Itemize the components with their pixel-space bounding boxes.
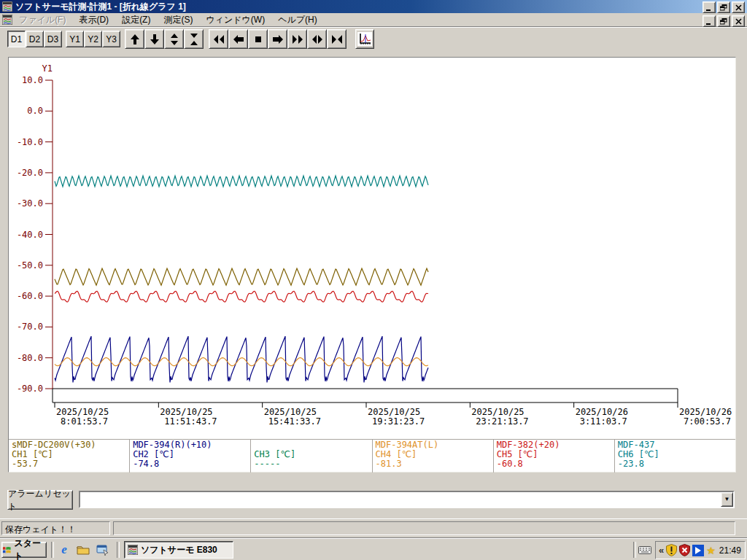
svg-text:Y1: Y1 [42,63,53,74]
taskbar-separator [633,542,636,558]
compress-vertical-icon [187,33,201,46]
mdi-close-button[interactable] [732,15,745,27]
taskbar-separator [117,542,120,558]
arrow-right-icon [271,33,285,46]
svg-text:-40.0: -40.0 [17,230,43,240]
scroll-down-button[interactable] [144,29,164,49]
menu-file[interactable]: ファイル(F) [12,12,72,28]
svg-text:2025/10/25: 2025/10/25 [56,407,109,417]
svg-text:2025/10/25: 2025/10/25 [160,407,212,417]
alarm-reset-button[interactable]: アラームリセット [7,490,73,510]
star-tray-icon[interactable]: ★ [706,545,716,556]
mdi-restore-button[interactable] [717,15,730,27]
step-right-button[interactable] [268,29,287,49]
expand-horizontal-button[interactable] [307,29,327,49]
arrow-down-icon [148,33,161,46]
channel-cell-ch5: MDF-382(+20) CH5 [℃] -60.8 [494,440,615,472]
compress-vertical-button[interactable] [184,29,204,49]
svg-text:2025/10/26: 2025/10/26 [679,407,732,417]
svg-text:23:21:13.7: 23:21:13.7 [476,416,528,427]
svg-text:2025/10/25: 2025/10/25 [471,407,524,417]
series-ch5 [55,291,428,302]
keyboard-tray-icon[interactable] [638,542,652,557]
menu-help[interactable]: ヘルプ(H) [271,12,324,28]
minimize-icon [705,4,713,11]
stop-button[interactable] [248,29,268,49]
alarm-combobox[interactable]: ▼ [79,491,735,508]
menu-view[interactable]: 表示(D) [72,12,115,28]
channel-cell-ch6: MDF-437 CH6 [℃] -23.8 [615,440,735,472]
double-right-icon [291,33,304,46]
y1-button[interactable]: Y1 [66,31,84,47]
close-icon [735,18,742,25]
mdi-minimize-button[interactable] [703,15,716,27]
series-ch6 [55,176,428,187]
svg-text:7:00:53.7: 7:00:53.7 [684,416,731,427]
svg-text:-70.0: -70.0 [17,322,43,332]
svg-text:11:51:43.7: 11:51:43.7 [164,416,217,427]
channel-cell-ch1: sMDF-DC200V(+30) CH1 [℃] -53.7 [9,440,130,472]
graph-panel: Y110.00.0-10.0-20.0-30.0-40.0-50.0-60.0-… [8,57,736,472]
expand-vertical-button[interactable] [164,29,184,49]
d1-button[interactable]: D1 [7,31,26,47]
alarm-combobox-dropdown-button[interactable]: ▼ [721,492,733,507]
y3-button[interactable]: Y3 [102,31,120,47]
channel-cell-ch2: MDF-394(R)(+10) CH2 [℃] -74.8 [130,440,251,472]
menu-window[interactable]: ウィンドウ(W) [199,12,271,28]
window-title: ソフトサーモ計測-計測1 - [折れ線グラフ 1] [15,1,186,13]
tray-clock: 21:49 [719,545,741,556]
channel-value: -74.8 [133,459,247,469]
status-panel-2 [113,521,735,535]
svg-text:19:31:23.7: 19:31:23.7 [372,416,425,427]
close-button[interactable] [732,1,745,13]
title-bar: ソフトサーモ計測-計測1 - [折れ線グラフ 1] [0,0,747,13]
line-chart: Y110.00.0-10.0-20.0-30.0-40.0-50.0-60.0-… [10,59,734,438]
menu-settings[interactable]: 設定(Z) [115,12,157,28]
channel-legend: sMDF-DC200V(+30) CH1 [℃] -53.7 MDF-394(R… [9,439,735,472]
svg-text:10.0: 10.0 [22,75,43,85]
taskbar: スタート e [0,538,747,560]
series-ch2 [55,336,428,382]
start-label: スタート [14,537,46,560]
step-left-button[interactable] [228,29,248,49]
tray-expand-icon[interactable]: « [659,545,664,556]
restore-button[interactable] [717,1,730,13]
media-player-tray-icon[interactable] [692,545,704,556]
rewind-button[interactable] [209,29,228,49]
graph-icon [357,32,372,46]
svg-text:3:11:03.7: 3:11:03.7 [580,416,627,427]
svg-text:2025/10/26: 2025/10/26 [576,407,628,417]
svg-text:-50.0: -50.0 [17,260,43,271]
mdi-child-icon[interactable] [2,15,12,25]
expand-horizontal-icon [311,33,324,46]
status-bar: 保存ウェイト！！ [0,518,747,537]
minimize-button[interactable] [703,1,716,13]
svg-text:-90.0: -90.0 [17,384,43,394]
d2-button[interactable]: D2 [26,31,44,47]
security-warning-shield-icon[interactable] [666,544,677,556]
fast-forward-button[interactable] [287,29,307,49]
menu-bar: ファイル(F) 表示(D) 設定(Z) 測定(S) ウィンドウ(W) ヘルプ(H… [0,13,747,27]
quick-launch-ie-icon[interactable]: e [57,542,71,557]
channel-value: -60.8 [497,459,611,469]
taskbar-separator [51,542,54,558]
chevron-down-icon: ▼ [724,497,730,502]
start-button[interactable]: スタート [1,542,47,558]
y2-button[interactable]: Y2 [84,31,102,47]
menu-measure[interactable]: 測定(S) [157,12,199,28]
security-alert-shield-icon[interactable] [679,544,690,556]
scroll-up-button[interactable] [125,29,144,49]
app-icon [128,545,138,555]
svg-text:-30.0: -30.0 [17,198,43,209]
compress-horizontal-button[interactable] [327,29,347,49]
d3-button[interactable]: D3 [44,31,62,47]
quick-launch-desktop-icon[interactable] [95,542,109,557]
close-icon [735,4,742,11]
arrow-left-icon [232,33,245,46]
graph-settings-button[interactable] [355,29,374,49]
quick-launch-folder-icon[interactable] [76,542,90,557]
desktop: ソフトサーモ計測-計測1 - [折れ線グラフ 1] ファイル( [0,0,747,560]
toolbar: D1 D2 D3 Y1 Y2 Y3 [0,27,747,52]
task-button-softthermo[interactable]: ソフトサーモ E830 [124,541,233,559]
svg-text:8:01:53.7: 8:01:53.7 [61,416,108,427]
